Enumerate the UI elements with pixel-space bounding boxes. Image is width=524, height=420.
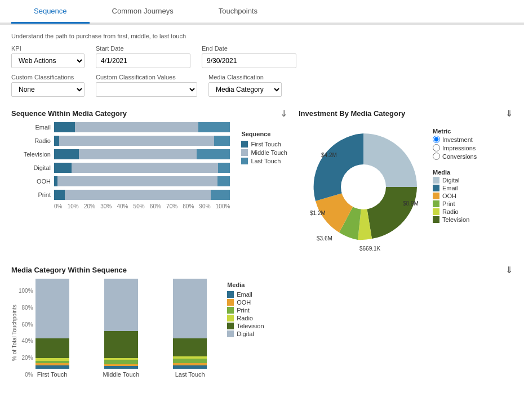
page-subtitle: Understand the path to purchase from fir… bbox=[11, 33, 513, 39]
stacked-bar-col: First Touch bbox=[35, 279, 69, 378]
bottom-legend-item: Print bbox=[227, 307, 264, 314]
pie-chart: $4.2M $8.9M $1.2M $3.6M $669.1K bbox=[299, 122, 428, 253]
svg-text:$1.2M: $1.2M bbox=[310, 210, 326, 216]
start-date-label: Start Date bbox=[96, 45, 190, 52]
metric-radio-conversions[interactable]: Conversions bbox=[433, 153, 477, 160]
bar-row: Digital bbox=[17, 163, 230, 173]
bottom-legend-item: Radio bbox=[227, 315, 264, 321]
legend-item: Middle Touch bbox=[241, 149, 287, 156]
svg-text:$4.2M: $4.2M bbox=[321, 152, 337, 158]
media-class-select[interactable]: Media Category bbox=[208, 82, 282, 97]
bar-row: Print bbox=[17, 190, 230, 200]
svg-text:$8.9M: $8.9M bbox=[403, 200, 419, 207]
custom-class-values-select[interactable] bbox=[96, 82, 197, 97]
legend-item: Last Touch bbox=[241, 158, 287, 164]
metric-radio-impressions[interactable]: Impressions bbox=[433, 144, 477, 151]
end-date-label: End Date bbox=[202, 45, 296, 52]
media-legend-label: Media bbox=[433, 169, 477, 176]
tab-sequence[interactable]: Sequence bbox=[11, 0, 90, 24]
bottom-chart-title: Media Category Within Sequence bbox=[11, 266, 127, 274]
y-axis-title: % of Total Touchpoints bbox=[11, 288, 17, 378]
custom-class-select[interactable]: None bbox=[11, 82, 85, 97]
bar-row: OOH bbox=[17, 176, 230, 186]
tab-touchpoints[interactable]: Touchpoints bbox=[196, 0, 280, 24]
kpi-label: KPI bbox=[11, 45, 85, 52]
metric-label: Metric bbox=[433, 128, 477, 135]
sequence-chart-title: Sequence Within Media Category bbox=[11, 109, 127, 118]
media-class-label: Media Classification bbox=[208, 74, 282, 81]
bottom-legend-item: OOH bbox=[227, 299, 264, 306]
stacked-bar-col: Last Touch bbox=[173, 279, 207, 378]
start-date-input[interactable] bbox=[96, 53, 190, 68]
bottom-download-icon[interactable]: ⇓ bbox=[505, 265, 513, 275]
sequence-download-icon[interactable]: ⇓ bbox=[280, 108, 287, 119]
pie-legend-item: Digital bbox=[433, 177, 477, 184]
kpi-select[interactable]: Web Actions bbox=[11, 53, 85, 68]
custom-class-label: Custom Classifications bbox=[11, 74, 85, 81]
pie-legend-item: Email bbox=[433, 185, 477, 191]
bar-row: Email bbox=[17, 122, 230, 132]
bar-row: Television bbox=[17, 149, 230, 159]
bottom-legend-item: Digital bbox=[227, 330, 264, 337]
svg-text:$669.1K: $669.1K bbox=[359, 245, 381, 252]
stacked-bar-col: Middle Touch bbox=[103, 279, 140, 378]
pie-legend-item: Print bbox=[433, 200, 477, 207]
legend-item: First Touch bbox=[241, 141, 287, 148]
pie-legend-item: Television bbox=[433, 216, 477, 223]
tab-common-journeys[interactable]: Common Journeys bbox=[90, 0, 196, 24]
end-date-input[interactable] bbox=[202, 53, 296, 68]
svg-point-0 bbox=[341, 164, 386, 209]
bar-row: Radio bbox=[17, 136, 230, 146]
investment-download-icon[interactable]: ⇓ bbox=[505, 108, 513, 119]
custom-class-values-label: Custom Classification Values bbox=[96, 74, 197, 81]
pie-legend-item: Radio bbox=[433, 208, 477, 215]
investment-chart-title: Investment By Media Category bbox=[299, 109, 405, 118]
pie-legend-item: OOH bbox=[433, 193, 477, 199]
metric-radio-investment[interactable]: Investment bbox=[433, 136, 477, 143]
bottom-legend-item: Television bbox=[227, 323, 264, 329]
svg-text:$3.6M: $3.6M bbox=[317, 235, 332, 242]
bottom-legend-item: Email bbox=[227, 291, 264, 298]
